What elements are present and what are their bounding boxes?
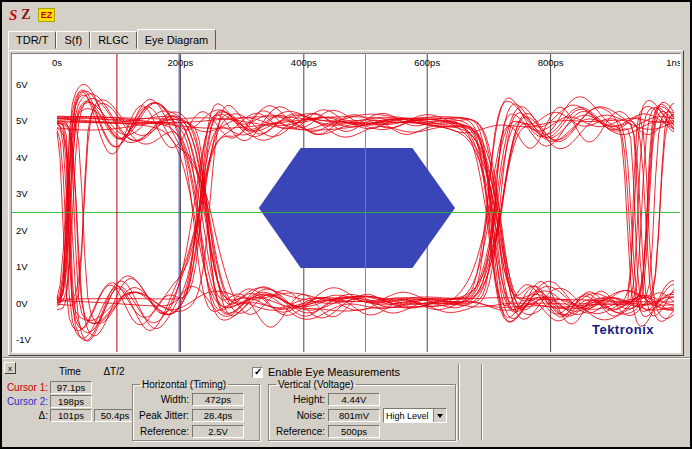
height-value: 4.44V	[328, 393, 380, 406]
y-tick-label: 6V	[16, 79, 28, 90]
x-tick-label: 600ps	[414, 57, 440, 68]
eye-mask	[259, 148, 455, 268]
h-reference-row: Reference: 2.5V	[136, 424, 256, 439]
y-tick-label: 2V	[16, 225, 28, 236]
bottom-panel: x Time ΔT/2 Cursor 1: 97.1ps Cursor 2: 1…	[2, 358, 690, 447]
tab-tdr-t[interactable]: TDR/T	[8, 31, 56, 49]
width-row: Width: 472ps	[136, 392, 256, 407]
noise-label: Noise:	[272, 410, 328, 421]
x-tick-label: 0s	[52, 57, 62, 68]
panel-separator	[481, 364, 483, 440]
cursor1-time-value: 97.1ps	[50, 381, 92, 394]
y-tick-label: -1V	[16, 334, 31, 345]
v-reference-value: 500ps	[328, 425, 380, 438]
dropdown-arrow-icon[interactable]	[433, 409, 446, 422]
horizontal-timing-title: Horizontal (Timing)	[140, 379, 228, 390]
y-tick-label: 4V	[16, 152, 28, 163]
app-window: S Z EZ TDR/T S(f) RLGC Eye Diagram 0s200…	[0, 0, 692, 449]
delta-time-value: 101ps	[50, 409, 92, 422]
plot-area: 0s200ps400ps600ps800ps1ns6V5V4V3V2V1V0V-…	[11, 53, 681, 353]
noise-row: Noise: 801mV High Level	[272, 408, 452, 423]
vertical-voltage-title: Vertical (Voltage)	[276, 379, 356, 390]
noise-level-selected: High Level	[384, 409, 433, 422]
close-panel-button[interactable]: x	[4, 362, 16, 374]
x-tick-label: 200ps	[167, 57, 193, 68]
y-tick-label: 1V	[16, 261, 28, 272]
height-row: Height: 4.44V	[272, 392, 452, 407]
logo-ez-badge: EZ	[38, 8, 56, 22]
x-tick-label: 800ps	[538, 57, 564, 68]
tab-sf[interactable]: S(f)	[56, 31, 90, 49]
tab-eye-diagram[interactable]: Eye Diagram	[137, 29, 217, 50]
titlebar: S Z EZ	[2, 2, 690, 28]
x-tick-label: 400ps	[291, 57, 317, 68]
cursor-col-time-header: Time	[48, 366, 92, 377]
tektronix-watermark: Tektronix	[592, 322, 654, 337]
width-label: Width:	[136, 394, 192, 405]
h-reference-value: 2.5V	[192, 425, 244, 438]
v-reference-row: Reference: 500ps	[272, 424, 452, 439]
y-tick-label: 5V	[16, 115, 28, 126]
tab-strip: TDR/T S(f) RLGC Eye Diagram	[8, 29, 216, 49]
h-reference-label: Reference:	[136, 426, 192, 437]
cursor-col-dt2-header: ΔT/2	[92, 366, 136, 377]
logo-s: S	[9, 7, 17, 24]
y-tick-label: 3V	[16, 188, 28, 199]
y-tick-label: 0V	[16, 298, 28, 309]
tab-rlgc[interactable]: RLGC	[90, 31, 137, 49]
logo-z: Z	[21, 7, 30, 23]
noise-value: 801mV	[328, 409, 380, 422]
height-label: Height:	[272, 394, 328, 405]
peak-jitter-row: Peak Jitter: 28.4ps	[136, 408, 256, 423]
peak-jitter-value: 28.4ps	[192, 409, 244, 422]
checkbox-icon[interactable]	[252, 367, 263, 378]
cursor2-time-value: 198ps	[50, 395, 92, 408]
enable-eye-measurements-label: Enable Eye Measurements	[268, 366, 400, 378]
peak-jitter-label: Peak Jitter:	[136, 410, 192, 421]
cursor2-label: Cursor 2:	[2, 396, 48, 407]
enable-eye-measurements-checkbox[interactable]: Enable Eye Measurements	[252, 366, 400, 378]
plot-frame: 0s200ps400ps600ps800ps1ns6V5V4V3V2V1V0V-…	[8, 50, 684, 356]
cursor1-label: Cursor 1:	[2, 382, 48, 393]
vertical-voltage-group: Vertical (Voltage) Height: 4.44V Noise: …	[268, 379, 456, 441]
x-tick-label: 1ns	[666, 57, 680, 68]
panel-separator	[458, 364, 460, 440]
eye-diagram-plot[interactable]: 0s200ps400ps600ps800ps1ns6V5V4V3V2V1V0V-…	[12, 54, 680, 352]
delta-label: Δ:	[2, 410, 48, 421]
delta-dt2-value: 50.4ps	[94, 409, 136, 422]
noise-level-select[interactable]: High Level	[383, 408, 447, 423]
width-value: 472ps	[192, 393, 244, 406]
horizontal-timing-group: Horizontal (Timing) Width: 472ps Peak Ji…	[132, 379, 260, 441]
v-reference-label: Reference:	[272, 426, 328, 437]
